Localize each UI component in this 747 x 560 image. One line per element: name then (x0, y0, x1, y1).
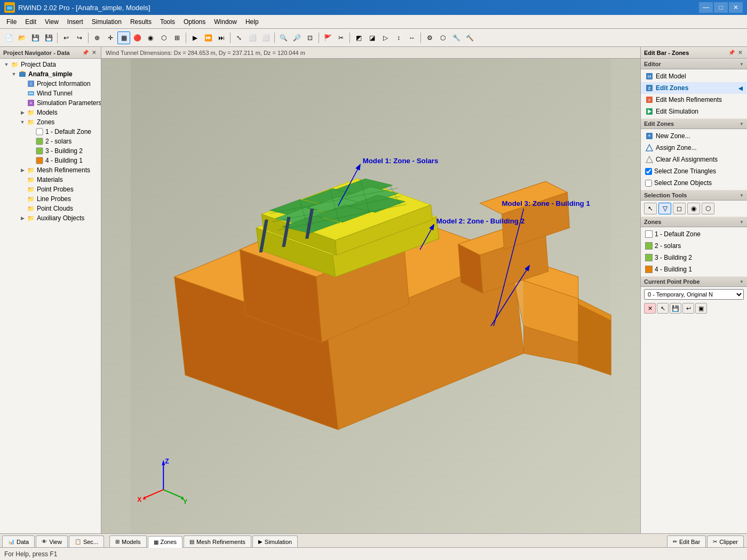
tree-mesh-refinements[interactable]: ▶ 📁 Mesh Refinements (1, 165, 100, 175)
tab-clipper[interactable]: ✂ Clipper (707, 535, 744, 547)
tree-models[interactable]: ▶ 📁 Models (1, 108, 100, 117)
editbar-pin-button[interactable]: 📌 (728, 49, 735, 57)
tree-toggle-models[interactable]: ▶ (18, 108, 27, 117)
edit-model-item[interactable]: M Edit Model (641, 70, 747, 82)
tree-toggle-aux[interactable]: ▶ (18, 214, 27, 222)
tree-project-info[interactable]: i Project Information (1, 79, 100, 89)
maximize-button[interactable]: □ (714, 2, 728, 13)
menu-help[interactable]: Help (241, 17, 263, 27)
menu-view[interactable]: View (41, 17, 63, 27)
select-zone-objects-checkbox[interactable] (645, 180, 652, 187)
tb-clip1[interactable]: ✂ (335, 31, 347, 44)
probe-undo-button[interactable]: ↩ (682, 303, 694, 314)
tree-project-data[interactable]: ▼ 📁 Project Data (1, 60, 100, 69)
select-zone-triangles-item[interactable]: Select Zone Triangles (641, 165, 747, 177)
tb-run2[interactable]: ⏩ (202, 31, 214, 44)
tree-zone-solars[interactable]: 2 - solars (1, 137, 100, 146)
tb-select6[interactable]: ⬡ (157, 31, 170, 44)
tb-open[interactable]: 📂 (15, 31, 28, 44)
minimize-button[interactable]: — (699, 2, 713, 13)
probe-delete-button[interactable]: ✕ (644, 303, 656, 314)
zone-list-item-1[interactable]: 1 - Default Zone (641, 228, 747, 240)
tb-run1[interactable]: ▶ (188, 31, 201, 44)
tab-edit-bar[interactable]: ✏ Edit Bar (667, 535, 706, 547)
tree-point-clouds[interactable]: 📁 Point Clouds (1, 204, 100, 213)
sel-tool-hex[interactable]: ⬡ (702, 203, 714, 214)
zone-list-item-4[interactable]: 4 - Building 1 (641, 263, 747, 275)
menu-options[interactable]: Options (179, 17, 210, 27)
tb-render5[interactable]: ↔ (406, 31, 418, 44)
tb-save2[interactable]: 💾 (42, 31, 55, 44)
tb-render4[interactable]: ↕ (392, 31, 405, 44)
tree-materials[interactable]: 📁 Materials (1, 175, 100, 185)
tree-zone-default[interactable]: 1 - Default Zone (1, 127, 100, 137)
tb-zoom3[interactable]: ⊡ (304, 31, 316, 44)
new-zone-item[interactable]: + New Zone... (641, 130, 747, 142)
menu-edit[interactable]: Edit (21, 17, 41, 27)
zones-collapse-arrow[interactable]: ▼ (740, 220, 744, 225)
probe-select-button[interactable]: ↖ (657, 303, 669, 314)
sel-tool-arrow[interactable]: ↖ (644, 203, 657, 214)
edit-zones-item[interactable]: Z Edit Zones ◀ (641, 82, 747, 94)
selection-tools-collapse-arrow[interactable]: ▼ (740, 193, 744, 198)
menu-tools[interactable]: Tools (156, 17, 179, 27)
menu-results[interactable]: Results (126, 17, 156, 27)
edit-simulation-item[interactable]: Edit Simulation (641, 106, 747, 117)
tb-save[interactable]: 💾 (29, 31, 42, 44)
menu-file[interactable]: File (2, 17, 21, 27)
tab-data[interactable]: 📊 Data (2, 535, 35, 547)
menu-insert[interactable]: Insert (63, 17, 88, 27)
tb-flag[interactable]: 🚩 (321, 31, 334, 44)
tree-anafra[interactable]: ▼ Anafra_simple (1, 69, 100, 79)
tab-sec[interactable]: 📋 Sec... (69, 535, 104, 547)
select-zone-objects-item[interactable]: Select Zone Objects (641, 177, 747, 189)
edit-mesh-item[interactable]: # Edit Mesh Refinements (641, 94, 747, 106)
tb-extra1[interactable]: ⚙ (423, 31, 436, 44)
3d-scene[interactable]: Model 1: Zone - Solars Model 2: Zone - B… (101, 59, 640, 533)
editor-collapse-arrow[interactable]: ▼ (740, 62, 744, 67)
tree-zone-building1[interactable]: 4 - Building 1 (1, 156, 100, 165)
tab-view[interactable]: 👁 View (36, 535, 68, 547)
tb-undo[interactable]: ↩ (60, 31, 73, 44)
menu-window[interactable]: Window (210, 17, 241, 27)
tree-zone-building2[interactable]: 3 - Building 2 (1, 146, 100, 156)
tab-mesh-refinements[interactable]: ▤ Mesh Refinements (184, 535, 251, 547)
tab-models[interactable]: ⊞ Models (109, 535, 146, 547)
tree-toggle-anafra[interactable]: ▼ (10, 70, 18, 78)
probe-collapse-arrow[interactable]: ▼ (740, 279, 744, 284)
tb-extra4[interactable]: 🔨 (463, 31, 476, 44)
tb-select1[interactable]: ⊕ (91, 31, 104, 44)
tb-new[interactable]: 📄 (2, 31, 15, 44)
panel-pin-button[interactable]: 📌 (82, 49, 89, 57)
tree-auxiliary[interactable]: ▶ 📁 Auxiliary Objects (1, 213, 100, 223)
sel-tool-rect[interactable]: ◻ (673, 203, 686, 214)
tb-select4[interactable]: 🔴 (131, 31, 144, 44)
probe-select[interactable]: 0 - Temporary, Original N (644, 289, 744, 300)
tree-toggle-project[interactable]: ▼ (2, 60, 11, 69)
tree-sim-params[interactable]: ≡ Simulation Parameters (1, 98, 100, 108)
panel-close-button[interactable]: ✕ (90, 49, 98, 57)
tb-view1[interactable]: ⤡ (233, 31, 245, 44)
select-zone-triangles-checkbox[interactable] (645, 168, 652, 175)
tb-extra2[interactable]: ⬡ (436, 31, 449, 44)
tb-extra3[interactable]: 🔧 (450, 31, 463, 44)
tb-select3[interactable]: ▦ (117, 31, 130, 44)
tb-zoom2[interactable]: 🔎 (290, 31, 303, 44)
sel-tool-triangle[interactable]: ▽ (658, 203, 671, 214)
tree-zones[interactable]: ▼ 📁 Zones (1, 117, 100, 127)
edit-zones-collapse-arrow[interactable]: ▼ (740, 122, 744, 126)
tab-zones[interactable]: ▦ Zones (148, 536, 183, 548)
zone-list-item-2[interactable]: 2 - solars (641, 240, 747, 252)
tb-select2[interactable]: ✛ (104, 31, 117, 44)
sel-tool-circle[interactable]: ◉ (687, 203, 700, 214)
tb-render1[interactable]: ◩ (352, 31, 365, 44)
tb-redo[interactable]: ↪ (73, 31, 86, 44)
probe-save-button[interactable]: 💾 (670, 303, 681, 314)
tb-render3[interactable]: ▷ (379, 31, 392, 44)
tb-run3[interactable]: ⏭ (215, 31, 228, 44)
tb-zoom1[interactable]: 🔍 (277, 31, 290, 44)
tree-line-probes[interactable]: 📁 Line Probes (1, 194, 100, 204)
tree-toggle-zones[interactable]: ▼ (18, 118, 27, 126)
tree-wind-tunnel[interactable]: Wind Tunnel (1, 89, 100, 98)
zone-list-item-3[interactable]: 3 - Building 2 (641, 252, 747, 263)
